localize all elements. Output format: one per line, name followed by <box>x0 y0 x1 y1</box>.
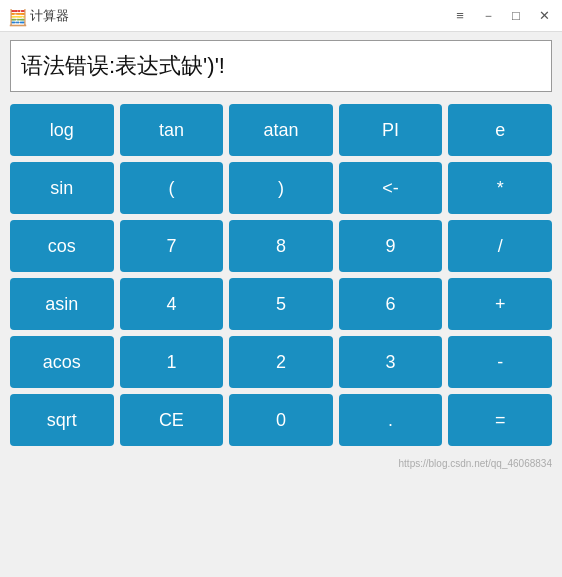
btn-atan[interactable]: atan <box>229 104 333 156</box>
btn-pi[interactable]: PI <box>339 104 443 156</box>
calculator-display: 语法错误:表达式缺')'! <box>10 40 552 92</box>
btn-divide[interactable]: / <box>448 220 552 272</box>
btn-e[interactable]: e <box>448 104 552 156</box>
close-button[interactable]: ✕ <box>534 6 554 26</box>
btn-1[interactable]: 1 <box>120 336 224 388</box>
button-row-3: cos 7 8 9 / <box>10 220 552 272</box>
title-bar: 🧮 计算器 ≡ － □ ✕ <box>0 0 562 32</box>
btn-multiply[interactable]: * <box>448 162 552 214</box>
btn-open-paren[interactable]: ( <box>120 162 224 214</box>
btn-dot[interactable]: . <box>339 394 443 446</box>
btn-5[interactable]: 5 <box>229 278 333 330</box>
btn-minus[interactable]: - <box>448 336 552 388</box>
btn-plus[interactable]: + <box>448 278 552 330</box>
btn-9[interactable]: 9 <box>339 220 443 272</box>
btn-sqrt[interactable]: sqrt <box>10 394 114 446</box>
title-bar-title: 计算器 <box>30 7 69 25</box>
btn-6[interactable]: 6 <box>339 278 443 330</box>
btn-0[interactable]: 0 <box>229 394 333 446</box>
display-value: 语法错误:表达式缺')'! <box>21 51 225 81</box>
btn-7[interactable]: 7 <box>120 220 224 272</box>
calculator-body: log tan atan PI e sin ( ) <- * cos 7 8 9… <box>0 100 562 456</box>
btn-asin[interactable]: asin <box>10 278 114 330</box>
btn-log[interactable]: log <box>10 104 114 156</box>
button-row-5: acos 1 2 3 - <box>10 336 552 388</box>
btn-3[interactable]: 3 <box>339 336 443 388</box>
button-row-2: sin ( ) <- * <box>10 162 552 214</box>
btn-sin[interactable]: sin <box>10 162 114 214</box>
minimize-button[interactable]: － <box>478 6 498 26</box>
button-row-1: log tan atan PI e <box>10 104 552 156</box>
btn-backspace[interactable]: <- <box>339 162 443 214</box>
watermark: https://blog.csdn.net/qq_46068834 <box>0 458 562 469</box>
btn-equals[interactable]: = <box>448 394 552 446</box>
btn-2[interactable]: 2 <box>229 336 333 388</box>
button-row-4: asin 4 5 6 + <box>10 278 552 330</box>
button-row-6: sqrt CE 0 . = <box>10 394 552 446</box>
btn-acos[interactable]: acos <box>10 336 114 388</box>
title-bar-controls: ≡ － □ ✕ <box>450 6 554 26</box>
menu-button[interactable]: ≡ <box>450 6 470 26</box>
btn-ce[interactable]: CE <box>120 394 224 446</box>
btn-8[interactable]: 8 <box>229 220 333 272</box>
btn-4[interactable]: 4 <box>120 278 224 330</box>
app-icon: 🧮 <box>8 8 24 24</box>
maximize-button[interactable]: □ <box>506 6 526 26</box>
btn-cos[interactable]: cos <box>10 220 114 272</box>
title-bar-left: 🧮 计算器 <box>8 7 69 25</box>
btn-tan[interactable]: tan <box>120 104 224 156</box>
btn-close-paren[interactable]: ) <box>229 162 333 214</box>
